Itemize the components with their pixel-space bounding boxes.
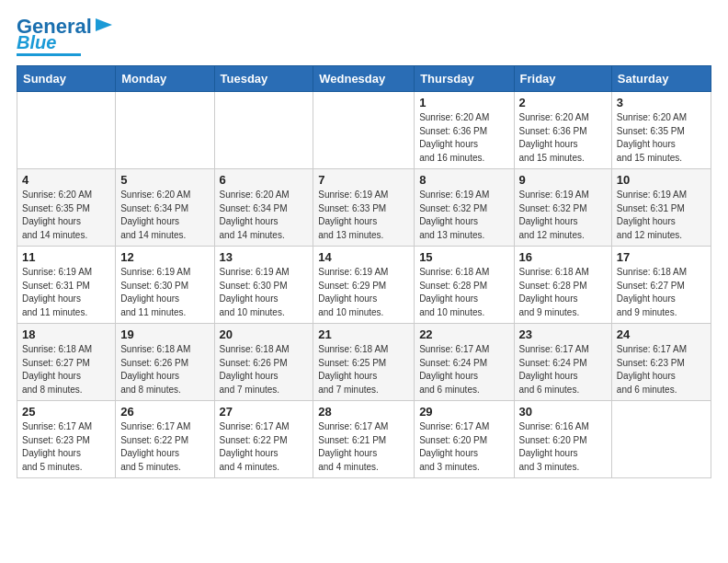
- calendar-cell: 27 Sunrise: 6:17 AM Sunset: 6:22 PM Dayl…: [214, 401, 313, 478]
- calendar-cell: 16 Sunrise: 6:18 AM Sunset: 6:28 PM Dayl…: [514, 247, 611, 324]
- calendar-cell: 18 Sunrise: 6:18 AM Sunset: 6:27 PM Dayl…: [17, 324, 116, 401]
- day-detail: Sunrise: 6:16 AM Sunset: 6:20 PM Dayligh…: [519, 420, 607, 474]
- day-detail: Sunrise: 6:19 AM Sunset: 6:31 PM Dayligh…: [22, 266, 110, 319]
- day-number: 6: [220, 173, 309, 187]
- day-number: 21: [318, 327, 409, 341]
- calendar-cell: 29 Sunrise: 6:17 AM Sunset: 6:20 PM Dayl…: [415, 401, 514, 478]
- day-detail: Sunrise: 6:17 AM Sunset: 6:23 PM Dayligh…: [617, 343, 706, 396]
- col-tuesday: Tuesday: [214, 66, 313, 92]
- day-number: 10: [617, 173, 706, 187]
- day-detail: Sunrise: 6:20 AM Sunset: 6:35 PM Dayligh…: [617, 111, 706, 165]
- day-number: 15: [419, 250, 508, 264]
- calendar-cell: 21 Sunrise: 6:18 AM Sunset: 6:25 PM Dayl…: [313, 324, 415, 401]
- calendar-cell: 14 Sunrise: 6:19 AM Sunset: 6:29 PM Dayl…: [313, 247, 415, 324]
- day-detail: Sunrise: 6:17 AM Sunset: 6:22 PM Dayligh…: [120, 420, 209, 474]
- day-detail: Sunrise: 6:20 AM Sunset: 6:36 PM Dayligh…: [519, 111, 607, 165]
- calendar-cell: 23 Sunrise: 6:17 AM Sunset: 6:24 PM Dayl…: [514, 324, 611, 401]
- day-number: 5: [120, 173, 209, 187]
- day-number: 3: [617, 96, 706, 109]
- day-detail: Sunrise: 6:19 AM Sunset: 6:30 PM Dayligh…: [120, 266, 209, 319]
- day-detail: Sunrise: 6:17 AM Sunset: 6:24 PM Dayligh…: [419, 343, 508, 396]
- day-detail: Sunrise: 6:18 AM Sunset: 6:28 PM Dayligh…: [519, 266, 607, 319]
- calendar-cell: [313, 92, 415, 169]
- calendar-cell: 28 Sunrise: 6:17 AM Sunset: 6:21 PM Dayl…: [313, 401, 415, 478]
- day-detail: Sunrise: 6:19 AM Sunset: 6:31 PM Dayligh…: [617, 189, 706, 242]
- calendar-cell: 4 Sunrise: 6:20 AM Sunset: 6:35 PM Dayli…: [17, 169, 116, 247]
- day-detail: Sunrise: 6:19 AM Sunset: 6:29 PM Dayligh…: [318, 266, 409, 319]
- calendar-cell: 8 Sunrise: 6:19 AM Sunset: 6:32 PM Dayli…: [415, 169, 514, 247]
- col-thursday: Thursday: [415, 66, 514, 92]
- calendar-cell: 7 Sunrise: 6:19 AM Sunset: 6:33 PM Dayli…: [313, 169, 415, 247]
- calendar-cell: [116, 92, 214, 169]
- day-number: 27: [220, 405, 309, 419]
- day-detail: Sunrise: 6:20 AM Sunset: 6:35 PM Dayligh…: [22, 189, 110, 242]
- calendar-cell: 9 Sunrise: 6:19 AM Sunset: 6:32 PM Dayli…: [514, 169, 611, 247]
- logo: General Blue: [17, 17, 114, 56]
- page: General Blue Sunday Monday Tuesday Wedne…: [0, 0, 728, 563]
- day-detail: Sunrise: 6:18 AM Sunset: 6:27 PM Dayligh…: [617, 266, 706, 319]
- day-number: 23: [519, 327, 607, 341]
- day-detail: Sunrise: 6:19 AM Sunset: 6:30 PM Dayligh…: [220, 266, 309, 319]
- calendar-week-row: 1 Sunrise: 6:20 AM Sunset: 6:36 PM Dayli…: [17, 92, 711, 169]
- day-detail: Sunrise: 6:19 AM Sunset: 6:33 PM Dayligh…: [318, 189, 409, 242]
- day-number: 20: [220, 327, 309, 341]
- day-detail: Sunrise: 6:17 AM Sunset: 6:20 PM Dayligh…: [419, 420, 508, 474]
- day-detail: Sunrise: 6:18 AM Sunset: 6:25 PM Dayligh…: [318, 343, 409, 396]
- day-number: 9: [519, 173, 607, 187]
- calendar-cell: [17, 92, 116, 169]
- day-number: 8: [419, 173, 508, 187]
- day-number: 24: [617, 327, 706, 341]
- calendar-cell: 30 Sunrise: 6:16 AM Sunset: 6:20 PM Dayl…: [514, 401, 611, 478]
- logo-blue: Blue: [17, 33, 56, 52]
- calendar-week-row: 4 Sunrise: 6:20 AM Sunset: 6:35 PM Dayli…: [17, 169, 711, 247]
- calendar-header-row: Sunday Monday Tuesday Wednesday Thursday…: [17, 66, 711, 92]
- col-monday: Monday: [116, 66, 214, 92]
- calendar-cell: 10 Sunrise: 6:19 AM Sunset: 6:31 PM Dayl…: [611, 169, 711, 247]
- col-wednesday: Wednesday: [313, 66, 415, 92]
- calendar-cell: 2 Sunrise: 6:20 AM Sunset: 6:36 PM Dayli…: [514, 92, 611, 169]
- calendar-cell: [214, 92, 313, 169]
- calendar-cell: [611, 401, 711, 478]
- day-number: 14: [318, 250, 409, 264]
- day-number: 12: [120, 250, 209, 264]
- day-number: 18: [22, 327, 110, 341]
- svg-marker-0: [96, 18, 112, 31]
- day-detail: Sunrise: 6:17 AM Sunset: 6:24 PM Dayligh…: [519, 343, 607, 396]
- col-sunday: Sunday: [17, 66, 116, 92]
- calendar-cell: 11 Sunrise: 6:19 AM Sunset: 6:31 PM Dayl…: [17, 247, 116, 324]
- day-number: 4: [22, 173, 110, 187]
- calendar-week-row: 25 Sunrise: 6:17 AM Sunset: 6:23 PM Dayl…: [17, 401, 711, 478]
- col-friday: Friday: [514, 66, 611, 92]
- day-detail: Sunrise: 6:18 AM Sunset: 6:27 PM Dayligh…: [22, 343, 110, 396]
- logo-arrow-icon: [94, 15, 114, 35]
- calendar-cell: 3 Sunrise: 6:20 AM Sunset: 6:35 PM Dayli…: [611, 92, 711, 169]
- calendar-cell: 12 Sunrise: 6:19 AM Sunset: 6:30 PM Dayl…: [116, 247, 214, 324]
- calendar-cell: 25 Sunrise: 6:17 AM Sunset: 6:23 PM Dayl…: [17, 401, 116, 478]
- day-number: 16: [519, 250, 607, 264]
- day-detail: Sunrise: 6:18 AM Sunset: 6:28 PM Dayligh…: [419, 266, 508, 319]
- col-saturday: Saturday: [611, 66, 711, 92]
- day-detail: Sunrise: 6:20 AM Sunset: 6:34 PM Dayligh…: [120, 189, 209, 242]
- day-detail: Sunrise: 6:19 AM Sunset: 6:32 PM Dayligh…: [419, 189, 508, 242]
- day-detail: Sunrise: 6:17 AM Sunset: 6:23 PM Dayligh…: [22, 420, 110, 474]
- calendar-cell: 15 Sunrise: 6:18 AM Sunset: 6:28 PM Dayl…: [415, 247, 514, 324]
- logo-underline: [17, 53, 81, 56]
- calendar-week-row: 11 Sunrise: 6:19 AM Sunset: 6:31 PM Dayl…: [17, 247, 711, 324]
- day-number: 28: [318, 405, 409, 419]
- calendar-cell: 20 Sunrise: 6:18 AM Sunset: 6:26 PM Dayl…: [214, 324, 313, 401]
- day-number: 26: [120, 405, 209, 419]
- day-number: 19: [120, 327, 209, 341]
- calendar-cell: 19 Sunrise: 6:18 AM Sunset: 6:26 PM Dayl…: [116, 324, 214, 401]
- day-detail: Sunrise: 6:17 AM Sunset: 6:22 PM Dayligh…: [220, 420, 309, 474]
- calendar-week-row: 18 Sunrise: 6:18 AM Sunset: 6:27 PM Dayl…: [17, 324, 711, 401]
- day-number: 17: [617, 250, 706, 264]
- day-number: 29: [419, 405, 508, 419]
- day-detail: Sunrise: 6:20 AM Sunset: 6:34 PM Dayligh…: [220, 189, 309, 242]
- day-detail: Sunrise: 6:19 AM Sunset: 6:32 PM Dayligh…: [519, 189, 607, 242]
- header: General Blue: [17, 17, 711, 56]
- day-number: 2: [519, 96, 607, 109]
- day-number: 7: [318, 173, 409, 187]
- day-detail: Sunrise: 6:20 AM Sunset: 6:36 PM Dayligh…: [419, 111, 508, 165]
- day-number: 22: [419, 327, 508, 341]
- calendar-table: Sunday Monday Tuesday Wednesday Thursday…: [17, 65, 711, 478]
